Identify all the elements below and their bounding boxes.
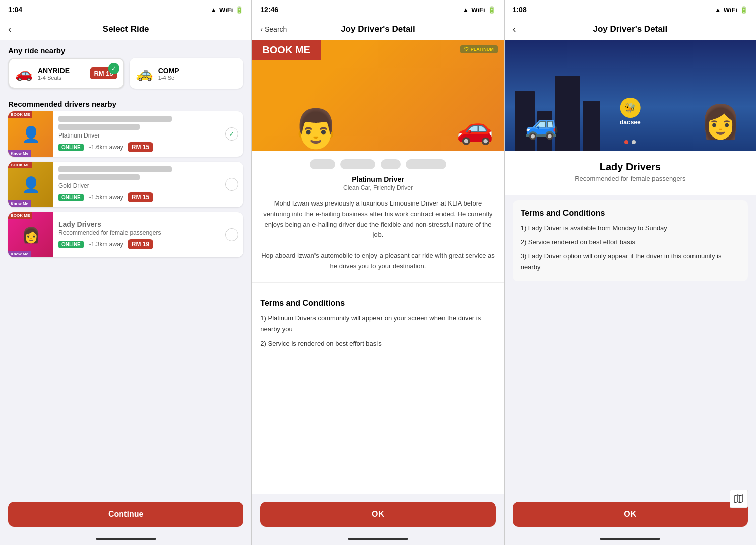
distance-gold: ~1.5km away [88, 194, 123, 201]
book-me-tag-platinum: BOOK ME [8, 111, 32, 118]
driver-card-lady[interactable]: BOOK ME 👩 Know Me Lady Drivers Recommend… [8, 212, 243, 257]
price-lady: RM 19 [128, 239, 153, 249]
search-label: Search [265, 25, 287, 33]
terms-title-lady: Terms and Conditions [521, 209, 740, 218]
driver-card-platinum[interactable]: BOOK ME 👤 Know Me Platinum Driver ONLINE… [8, 111, 243, 157]
check-icon-anyride: ✓ [108, 63, 119, 74]
driver-type-gold: Gold Driver [58, 182, 220, 189]
status-icons-2: ▲ WiFi 🔋 [462, 6, 495, 14]
ride-card-anyride[interactable]: 🚗 ANYRIDE 1-4 Seats RM 15 ✓ [8, 58, 124, 89]
online-badge-lady: ONLINE [58, 241, 84, 248]
signal-icon-2: ▲ [462, 6, 469, 14]
know-me-tag-platinum: Know Me [8, 150, 31, 157]
terms-card-lady: Terms and Conditions 1) Lady Driver is a… [513, 200, 748, 281]
driver-row-gold: ONLINE ~1.5km away RM 15 [58, 192, 220, 202]
lady-terms-item-2: 2) Service rendered on best effort basis [521, 237, 740, 248]
home-indicator-2 [348, 538, 408, 540]
driver-check-lady [225, 228, 238, 241]
bottom-area-3: OK [505, 494, 756, 535]
driver-banner-platinum: BOOK ME 👤 Know Me [8, 111, 53, 157]
map-icon[interactable] [730, 490, 748, 510]
car-icon-anyride: 🚗 [15, 65, 33, 82]
ride-info-comp: COMP 1-4 Se [158, 66, 238, 81]
driver-subtype-lady: Recommended for female passengers [58, 229, 220, 236]
driver-banner-gold: BOOK ME 👤 Know Me [8, 162, 53, 207]
signal-icon: ▲ [210, 6, 217, 14]
driver-photo-platinum: 👤 [22, 125, 40, 143]
screen-driver-detail-platinum: 12:46 ▲ WiFi 🔋 ‹ Search Joy Driver's Det… [252, 0, 504, 545]
wifi-icon: WiFi [219, 6, 233, 14]
terms-text-lady: 1) Lady Driver is available from Monday … [521, 223, 740, 273]
dot-1 [624, 140, 628, 144]
building-4 [583, 101, 600, 151]
driver-card-body-platinum: Platinum Driver ONLINE ~1.6km away RM 15 [53, 112, 225, 156]
section-label-recommended: Recommended drivers nearby [0, 94, 251, 111]
know-me-tag-gold: Know Me [8, 200, 31, 207]
back-chevron-icon: ‹ [260, 25, 263, 33]
driver-row-platinum: ONLINE ~1.6km away RM 15 [58, 142, 220, 152]
driver-banner-lady: BOOK ME 👩 Know Me [8, 212, 53, 257]
driver-hero-platinum: BOOK ME 🛡 PLATINUM 👨 🚗 [252, 40, 503, 151]
driver-detail-body: Platinum Driver Clean Car, Friendly Driv… [252, 151, 503, 494]
driver-detail-type: Platinum Driver [260, 175, 495, 183]
driver-name-platinum [58, 116, 172, 122]
continue-button[interactable]: Continue [8, 502, 243, 527]
lady-terms-item-1: 1) Lady Driver is available from Monday … [521, 223, 740, 234]
nav-bar-2: ‹ Search Joy Driver's Detail [252, 18, 503, 40]
page-title-1: Select Ride [103, 24, 149, 34]
lady-driver-subtitle: Recommended for female passengers [513, 175, 748, 182]
driver-detail-motto: Clean Car, Friendly Driver [260, 184, 495, 191]
driver-card-gold[interactable]: BOOK ME 👤 Know Me Gold Driver ONLINE ~1.… [8, 162, 243, 207]
price-platinum: RM 15 [128, 142, 153, 152]
hero-blue-car: 🚙 [525, 108, 559, 141]
driver-name-2-platinum [58, 124, 140, 130]
tag-2 [340, 159, 375, 169]
back-button-1[interactable]: ‹ [8, 23, 12, 35]
status-bar-2: 12:46 ▲ WiFi 🔋 [252, 0, 503, 18]
driver-check-platinum: ✓ [225, 127, 238, 141]
status-icons-1: ▲ WiFi 🔋 [210, 6, 243, 14]
terms-item-1: 1) Platinum Drivers community will appea… [260, 313, 495, 335]
driver-tags [260, 159, 495, 169]
ride-name-anyride: ANYRIDE [38, 66, 85, 75]
lady-driver-section: Lady Drivers Recommended for female pass… [505, 151, 756, 195]
ok-button-platinum[interactable]: OK [260, 502, 495, 527]
nav-bar-3: ‹ Joy Driver's Detail [505, 18, 756, 40]
back-button-3[interactable]: ‹ [513, 23, 516, 35]
battery-icon-3: 🔋 [740, 6, 748, 14]
page-title-2: Joy Driver's Detail [341, 24, 415, 34]
shield-icon: 🛡 [464, 47, 469, 52]
battery-icon: 🔋 [235, 6, 243, 14]
dacsee-logo: 🐝 [620, 98, 640, 118]
status-bar-3: 1:08 ▲ WiFi 🔋 [505, 0, 756, 18]
home-indicator-1 [96, 538, 156, 540]
section-label-nearby: Any ride nearby [0, 40, 251, 58]
status-time-3: 1:08 [513, 6, 527, 14]
lady-driver-title: Lady Drivers [513, 161, 748, 173]
tag-4 [406, 159, 446, 169]
driver-name-gold [58, 166, 172, 172]
ride-card-comp[interactable]: 🚕 COMP 1-4 Se [130, 58, 244, 89]
driver-row-lady: ONLINE ~1.3km away RM 19 [58, 239, 220, 249]
status-icons-3: ▲ WiFi 🔋 [715, 6, 748, 14]
online-badge-gold: ONLINE [58, 194, 84, 201]
driver-name-2-gold [58, 174, 140, 180]
hero-driver-person: 👨 [292, 107, 340, 151]
ok-button-lady[interactable]: OK [513, 502, 748, 527]
know-me-tag-lady: Know Me [8, 251, 31, 257]
driver-type-lady: Lady Drivers [58, 220, 220, 228]
driver-list: BOOK ME 👤 Know Me Platinum Driver ONLINE… [0, 111, 251, 257]
search-back[interactable]: ‹ Search [260, 25, 287, 33]
terms-section-platinum: Terms and Conditions 1) Platinum Drivers… [252, 291, 503, 357]
page-title-3: Joy Driver's Detail [593, 24, 667, 34]
book-me-tag-gold: BOOK ME [8, 162, 32, 168]
status-time-1: 1:04 [8, 6, 22, 14]
distance-lady: ~1.3km away [88, 241, 123, 248]
price-gold: RM 15 [128, 192, 153, 202]
hero-banner-bg: BOOK ME 🛡 PLATINUM 👨 🚗 [252, 40, 503, 151]
screen-driver-detail-lady: 1:08 ▲ WiFi 🔋 ‹ Joy Driver's Detail 🚙 👩 … [505, 0, 756, 545]
terms-item-2: 2) Service is rendered on best effort ba… [260, 338, 495, 349]
tag-1 [310, 159, 335, 169]
signal-icon-3: ▲ [715, 6, 721, 14]
ride-seats-comp: 1-4 Se [158, 75, 238, 81]
